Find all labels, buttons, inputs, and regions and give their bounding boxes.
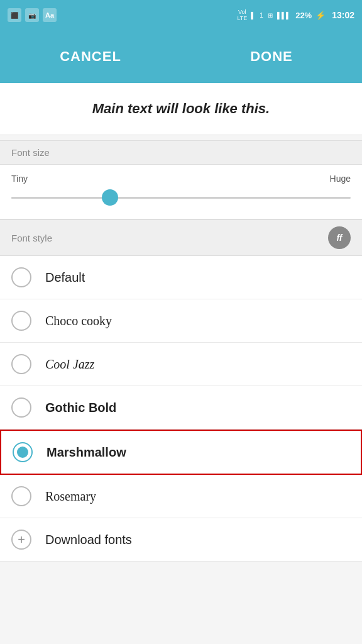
preview-section: Main text will look like this. [0,83,362,135]
font-size-slider[interactable] [11,189,351,206]
slider-thumb[interactable] [102,189,118,206]
font-style-header: Font style ff [0,219,362,256]
font-item-rosemary[interactable]: Rosemary [0,475,362,518]
slider-track [11,197,351,199]
font-label-marshmallow: Marshmallow [47,445,126,460]
font-icon: Aa [43,8,57,22]
radio-inner-marshmallow [17,447,28,458]
font-label-gothic-bold: Gothic Bold [45,401,116,415]
signal-bars: ▌▌▌ [277,12,290,19]
preview-text: Main text will look like this. [13,101,349,117]
action-bar: CANCEL DONE [0,30,362,83]
battery-icon: ⚡ [315,11,326,20]
network-type: 1 [260,12,263,19]
done-button[interactable]: DONE [181,30,362,83]
font-label-default: Default [45,270,85,285]
radio-cool-jazz[interactable] [11,354,31,374]
signal-strength: ▌ [251,12,255,19]
font-label-rosemary: Rosemary [45,489,96,504]
status-info: Vol LTE ▌ 1 ⊞ ▌▌▌ 22% ⚡ 13:02 [237,9,354,21]
radio-rosemary[interactable] [11,486,31,506]
font-size-header: Font size [0,140,362,165]
slider-fill [11,197,113,199]
font-item-cool-jazz[interactable]: Cool Jazz [0,343,362,386]
radio-default[interactable] [11,267,31,287]
tiny-label: Tiny [11,174,28,184]
battery-percent: 22% [295,11,312,20]
plus-icon: + [11,530,31,550]
ff-icon[interactable]: ff [328,226,351,249]
font-item-default[interactable]: Default [0,256,362,299]
font-item-choco-cooky[interactable]: Choco cooky [0,299,362,343]
font-item-download[interactable]: + Download fonts [0,518,362,562]
font-label-cool-jazz: Cool Jazz [45,357,94,372]
huge-label: Huge [330,174,351,184]
cancel-button[interactable]: CANCEL [0,30,181,83]
slider-labels: Tiny Huge [11,174,351,184]
status-bar: ⬛ 📷 Aa Vol LTE ▌ 1 ⊞ ▌▌▌ 22% ⚡ 13:02 [0,0,362,30]
radio-marshmallow[interactable] [13,442,33,462]
font-size-section: Tiny Huge [0,165,362,219]
font-label-download: Download fonts [45,533,132,547]
photo-icon: 📷 [25,8,39,22]
lte-label: LTE [237,15,247,21]
screenshot-icon: ⬛ [8,8,21,22]
font-item-marshmallow[interactable]: Marshmallow [0,430,362,475]
time-display: 13:02 [332,10,354,20]
radio-gothic-bold[interactable] [11,397,31,418]
font-item-gothic-bold[interactable]: Gothic Bold [0,386,362,430]
font-size-label: Font size [11,147,50,158]
font-label-choco-cooky: Choco cooky [45,314,112,328]
font-list: Default Choco cooky Cool Jazz Gothic Bol… [0,256,362,562]
font-style-label: Font style [11,233,52,243]
status-icons: ⬛ 📷 Aa [8,8,57,22]
vol-label: Vol [238,9,246,15]
radio-choco-cooky[interactable] [11,311,31,331]
wifi-icon: ⊞ [268,12,273,19]
